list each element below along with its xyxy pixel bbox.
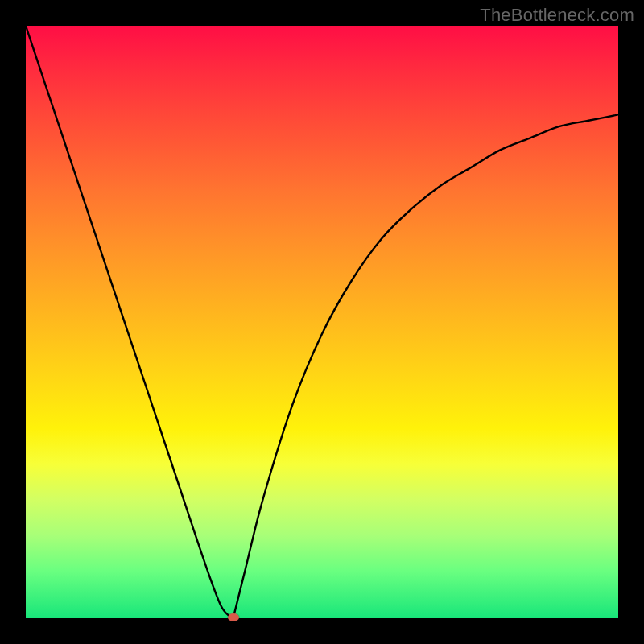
- chart-frame: TheBottleneck.com: [0, 0, 644, 644]
- bottleneck-curve: [26, 26, 618, 618]
- plot-area: [26, 26, 618, 618]
- watermark-text: TheBottleneck.com: [480, 5, 634, 26]
- minimum-marker: [228, 613, 239, 621]
